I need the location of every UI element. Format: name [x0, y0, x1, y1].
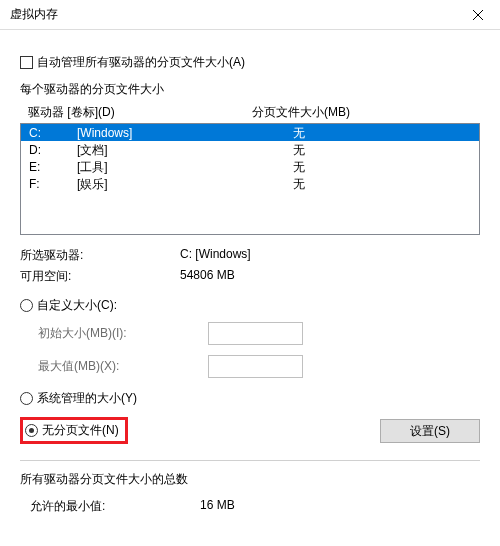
header-size: 分页文件大小(MB)	[252, 104, 472, 121]
titlebar: 虚拟内存	[0, 0, 500, 30]
drive-label: [Windows]	[77, 125, 253, 140]
drive-row[interactable]: F:[娱乐]无	[21, 175, 479, 192]
no-paging-radio[interactable]	[25, 424, 38, 437]
initial-size-row: 初始大小(MB)(I):	[38, 322, 480, 345]
drive-label: [娱乐]	[77, 176, 253, 191]
drive-row[interactable]: C:[Windows]无	[21, 124, 479, 141]
selected-drive-value: C: [Windows]	[180, 247, 251, 264]
system-managed-label: 系统管理的大小(Y)	[37, 390, 137, 407]
drive-letter: C:	[29, 125, 77, 140]
initial-size-label: 初始大小(MB)(I):	[38, 325, 208, 342]
auto-manage-checkbox-row[interactable]: 自动管理所有驱动器的分页文件大小(A)	[20, 54, 480, 71]
min-allowed-value: 16 MB	[200, 498, 235, 515]
dialog-content: 自动管理所有驱动器的分页文件大小(A) 每个驱动器的分页文件大小 驱动器 [卷标…	[0, 30, 500, 515]
close-button[interactable]	[455, 0, 500, 30]
initial-size-input[interactable]	[208, 322, 303, 345]
max-size-label: 最大值(MB)(X):	[38, 358, 208, 375]
drive-letter: F:	[29, 176, 77, 191]
system-managed-radio[interactable]	[20, 392, 33, 405]
drive-size: 无	[253, 159, 479, 174]
total-label: 所有驱动器分页文件大小的总数	[20, 471, 480, 488]
free-space-label: 可用空间:	[20, 268, 180, 285]
drive-label: [工具]	[77, 159, 253, 174]
selected-drive-label: 所选驱动器:	[20, 247, 180, 264]
divider	[20, 460, 480, 461]
drive-size: 无	[253, 142, 479, 157]
drive-size: 无	[253, 176, 479, 191]
drive-label: [文档]	[77, 142, 253, 157]
drive-size: 无	[253, 125, 479, 140]
close-icon	[473, 10, 483, 20]
no-paging-highlight: 无分页文件(N)	[20, 417, 128, 444]
selected-drive-row: 所选驱动器: C: [Windows]	[20, 247, 480, 264]
custom-size-label: 自定义大小(C):	[37, 297, 117, 314]
max-size-row: 最大值(MB)(X):	[38, 355, 480, 378]
column-headers: 驱动器 [卷标](D) 分页文件大小(MB)	[20, 104, 480, 123]
custom-size-radio-row[interactable]: 自定义大小(C):	[20, 297, 480, 314]
drive-row[interactable]: E:[工具]无	[21, 158, 479, 175]
drive-list[interactable]: C:[Windows]无D:[文档]无E:[工具]无F:[娱乐]无	[20, 123, 480, 235]
header-drive: 驱动器 [卷标](D)	[28, 104, 252, 121]
each-drive-label: 每个驱动器的分页文件大小	[20, 81, 480, 98]
custom-size-radio[interactable]	[20, 299, 33, 312]
min-allowed-row: 允许的最小值: 16 MB	[20, 498, 480, 515]
drive-letter: D:	[29, 142, 77, 157]
auto-manage-label: 自动管理所有驱动器的分页文件大小(A)	[37, 54, 245, 71]
drive-letter: E:	[29, 159, 77, 174]
free-space-value: 54806 MB	[180, 268, 235, 285]
size-inputs: 初始大小(MB)(I): 最大值(MB)(X):	[38, 322, 480, 378]
no-paging-label: 无分页文件(N)	[42, 422, 119, 439]
min-allowed-label: 允许的最小值:	[30, 498, 200, 515]
no-paging-radio-row[interactable]: 无分页文件(N)	[25, 422, 119, 439]
auto-manage-checkbox[interactable]	[20, 56, 33, 69]
free-space-row: 可用空间: 54806 MB	[20, 268, 480, 285]
max-size-input[interactable]	[208, 355, 303, 378]
system-managed-radio-row[interactable]: 系统管理的大小(Y)	[20, 390, 480, 407]
no-paging-row: 无分页文件(N) 设置(S)	[20, 417, 480, 444]
window-title: 虚拟内存	[10, 6, 58, 23]
set-button[interactable]: 设置(S)	[380, 419, 480, 443]
drive-row[interactable]: D:[文档]无	[21, 141, 479, 158]
